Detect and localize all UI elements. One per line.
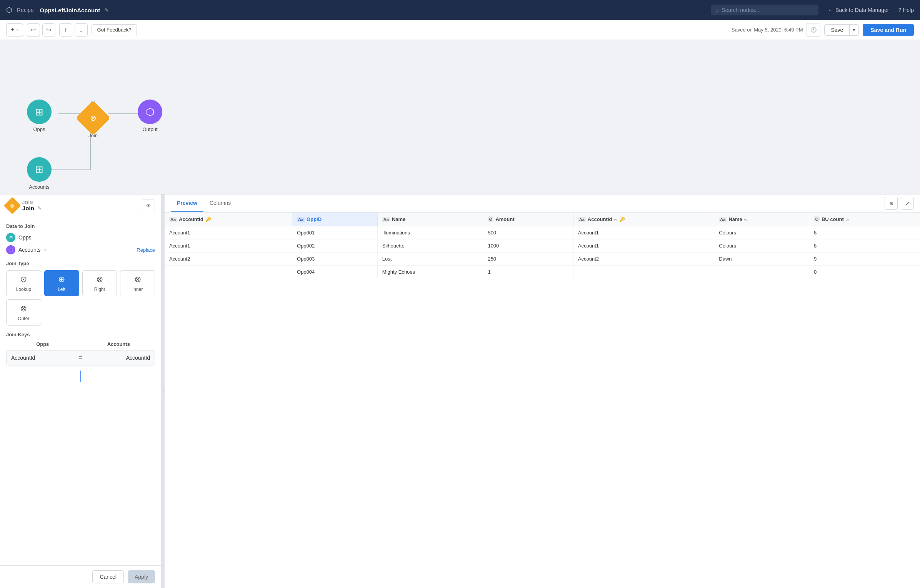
join-node-icon: ⊗ [76,101,111,136]
data-to-join-label: Data to Join [6,223,155,229]
lookup-label: Lookup [16,287,31,292]
preview-actions: ⊕ ⤢ [885,197,914,210]
save-button[interactable]: Save [824,24,849,36]
table-row: Account2Opp003Lost250Account2Dawn9 [165,252,920,266]
back-to-data-manager-button[interactable]: ← Back to Data Manager [823,5,893,15]
right-join-button[interactable]: ⊗ Right [82,270,117,296]
oppid-type-icon: Aa [297,217,305,222]
help-button[interactable]: ? Help [898,7,914,13]
cell-accountid2-1: Account1 [573,239,714,252]
opps-keys-header: Opps [6,341,79,347]
accounts-link-icon: ∞ [44,247,48,253]
accounts-data-item: ⊞ Accounts ∞ Replace [6,245,155,254]
back-label: Back to Data Manager [835,7,889,13]
history-button[interactable]: 🕐 [807,23,820,37]
cell-bucount-2: 9 [809,252,920,266]
equals-sign: = [79,354,82,361]
tab-columns[interactable]: Columns [203,194,237,212]
zoom-button[interactable]: ⊕ [885,197,898,210]
output-node-label: Output [142,126,157,132]
join-type-label: Join Type [6,261,155,266]
cell-name2-1: Colours [714,239,809,252]
download-button[interactable]: ↓ [75,23,88,37]
name2-col-label: Name [728,216,742,222]
table-row: Account1Opp001Illuminations500Account1Co… [165,226,920,239]
join-node[interactable]: ••• ⊗ Join [81,100,105,138]
recipe-icon: ⬡ [6,6,12,14]
table-row: Opp004Mighty Echoes10 [165,266,920,279]
bucount-type-icon: ⊙ [814,216,820,222]
replace-link[interactable]: Replace [137,247,155,253]
col-accountid: Aa AccountId 🔑 [165,213,292,226]
join-keys-label: Join Keys [6,332,155,337]
amount-type-icon: ⊙ [488,216,493,222]
name1-type-icon: Aa [382,217,390,222]
accounts-ds-name: Accounts [18,247,41,253]
undo-button[interactable]: ↩ [27,23,40,37]
outer-join-button[interactable]: ⊗ Outer [6,299,41,326]
preview-table: Aa AccountId 🔑 Aa OppID [165,213,920,278]
search-box: ⌕ [711,5,818,15]
accountid2-key-icon: 🔑 [619,217,625,222]
accounts-ds-icon: ⊞ [6,245,15,254]
table-body: Account1Opp001Illuminations500Account1Co… [165,226,920,279]
name1-col-label: Name [392,216,405,222]
feedback-button[interactable]: Got Feedback? [92,24,137,35]
panel-edit-name-icon[interactable]: ✎ [37,205,42,211]
lookup-join-button[interactable]: ⊙ Lookup [6,270,41,296]
canvas: ⊞ Opps ••• ⊗ Join ⬡ Output ⊞ Accounts [0,40,920,194]
cell-amount-1: 1000 [483,239,573,252]
cell-oppid-3: Opp004 [292,266,378,279]
search-input[interactable] [722,7,814,13]
zoom-icon: ⊕ [889,201,893,206]
cell-bucount-0: 8 [809,226,920,239]
expand-button[interactable]: ⤢ [901,197,914,210]
cell-oppid-2: Opp003 [292,252,378,266]
accounts-node[interactable]: ⊞ Accounts [27,157,52,190]
accountid-type-icon: Aa [169,217,177,222]
resize-handle[interactable]: ⋮ [162,194,165,588]
clock-icon: 🕐 [810,27,817,33]
upload-button[interactable]: ↑ [59,23,72,37]
right-join-label: Right [94,287,105,292]
opps-ds-icon: ⊞ [6,233,15,242]
redo-button[interactable]: ↪ [42,23,55,37]
side-content: Data to Join ⊞ Opps ⊞ Accounts ∞ Replace… [0,217,161,565]
apply-button[interactable]: Apply [128,570,155,583]
opps-node[interactable]: ⊞ Opps [27,100,52,132]
col-accountid2: Aa AccountId ∞ 🔑 [573,213,714,226]
left-join-icon: ⊕ [58,274,65,284]
left-join-label: Left [58,287,65,292]
right-join-icon: ⊗ [96,274,103,284]
recipe-name: OppsLeftJoinAccount [40,7,100,13]
lookup-icon: ⊙ [20,274,27,284]
left-join-button[interactable]: ⊕ Left [44,270,79,296]
cancel-button[interactable]: Cancel [92,570,124,583]
preview-header: Preview Columns ⊕ ⤢ [165,194,920,213]
save-and-run-button[interactable]: Save and Run [863,24,914,36]
inner-join-label: Inner [132,287,143,292]
join-key-left: AccountId [11,355,76,361]
output-node[interactable]: ⬡ Output [138,100,162,132]
name2-type-icon: Aa [719,217,727,222]
opps-data-item: ⊞ Opps [6,233,155,242]
preview-toggle-button[interactable]: 👁 [142,199,155,212]
oppid-col-label: OppID [307,216,322,222]
cell-name-1: Silhouette [377,239,483,252]
tab-preview[interactable]: Preview [171,194,203,212]
cell-accountid-3 [165,266,292,279]
save-dropdown-button[interactable]: ▾ [849,24,859,36]
table-row: Account1Opp002Silhouette1000Account1Colo… [165,239,920,252]
inner-join-button[interactable]: ⊗ Inner [120,270,155,296]
accountid2-col-label: AccountId [588,216,612,222]
cell-bucount-1: 8 [809,239,920,252]
join-type-section: Join Type ⊙ Lookup ⊕ Left ⊗ Right [6,261,155,326]
panel-join-icon: ⊗ [3,197,21,214]
edit-recipe-icon[interactable]: ✎ [105,7,109,13]
add-step-button[interactable]: + ≡ [6,23,23,37]
accountid-col-label: AccountId [179,216,203,222]
import-export-group: ↑ ↓ [59,23,88,37]
join-key-right: AccountId [85,355,150,361]
panel-node-name: Join [22,205,34,211]
accounts-node-label: Accounts [29,184,49,190]
